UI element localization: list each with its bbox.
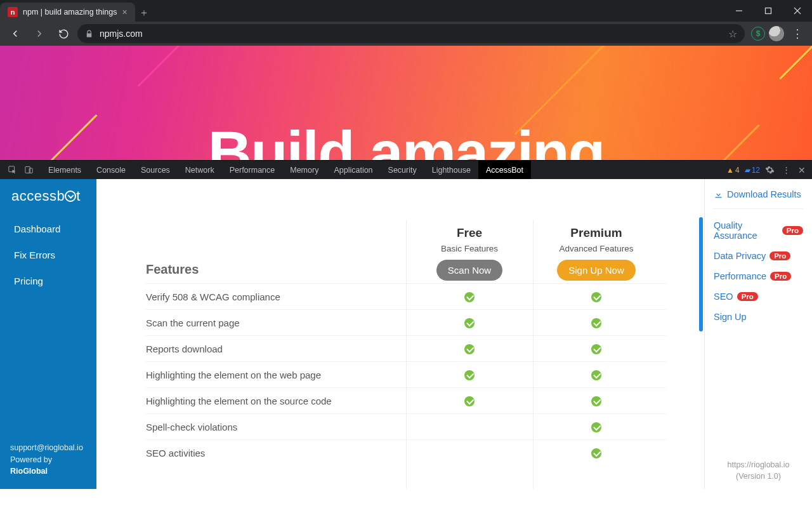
sign-up-now-button[interactable]: Sign Up Now [557,260,636,281]
feature-cell [406,344,533,354]
window-titlebar: n npm | build amazing things × ＋ [0,0,812,22]
check-icon [591,344,601,354]
rightpane-link-label: Quality Assurance [714,220,778,241]
rightpane-footer: https://rioglobal.io (Version 1.0) [714,459,803,483]
back-button[interactable] [5,23,25,44]
devtools-tab-application[interactable]: Application [326,161,380,179]
feature-cell [406,370,533,380]
rightpane-link-sign-up[interactable]: Sign Up [714,312,803,322]
features-heading: Features [146,262,406,281]
devtools-message-count[interactable]: ▰ 12 [745,166,760,175]
rightpane-link-label: Performance [714,271,766,281]
rightpane-link-seo[interactable]: SEOPro [714,291,803,302]
new-tab-button[interactable]: ＋ [135,4,153,22]
feature-cell [533,318,660,328]
feature-cell [533,370,660,380]
decorative-streak [686,124,759,160]
devtools-tab-performance[interactable]: Performance [222,161,283,179]
inspect-element-icon[interactable] [4,161,20,180]
scan-now-button[interactable]: Scan Now [436,260,502,281]
pro-badge: Pro [769,251,790,260]
bottom-gap [0,489,812,508]
pro-badge: Pro [737,292,758,301]
window-close-button[interactable] [783,0,812,22]
check-icon [464,396,475,406]
sidebar-footer: support@rioglobal.io Powered by RioGloba… [0,442,96,484]
check-icon [591,396,601,406]
lock-icon [85,30,93,38]
feature-label: Spell-check violations [146,422,406,432]
devtools-close-icon[interactable]: ✕ [796,165,808,175]
download-results-link[interactable]: Download Results [714,189,803,209]
check-icon [464,370,475,380]
devtools-tab-sources[interactable]: Sources [133,161,178,179]
logo-o-icon [65,190,76,202]
window-minimize-button[interactable] [724,0,754,22]
feature-cell [533,396,660,406]
feature-label: SEO activities [146,448,406,458]
extension-badge-icon[interactable]: $ [751,27,765,41]
accessbot-main: Features Free Basic Features Scan Now Pr… [96,179,812,489]
feature-label: Reports download [146,344,406,354]
plan-free-name: Free [406,226,533,240]
support-email[interactable]: support@rioglobal.io [10,442,86,454]
npm-favicon-icon: n [8,7,18,17]
check-icon [591,370,601,380]
address-bar[interactable]: npmjs.com ☆ [77,24,745,43]
window-maximize-button[interactable] [754,0,783,22]
rightpane-link-data-privacy[interactable]: Data PrivacyPro [714,251,803,261]
devtools-tab-memory[interactable]: Memory [282,161,326,179]
check-icon [464,292,475,302]
check-icon [591,448,601,458]
devtools-tab-lighthouse[interactable]: Lighthouse [424,161,478,179]
devtools-tab-security[interactable]: Security [381,161,424,179]
reload-button[interactable] [53,23,74,44]
bookmark-star-icon[interactable]: ☆ [728,28,737,40]
sidebar-item-pricing[interactable]: Pricing [0,268,96,294]
devtools-tab-network[interactable]: Network [178,161,222,179]
feature-cell [533,422,660,432]
browser-tab[interactable]: n npm | build amazing things × [0,3,135,22]
browser-toolbar: npmjs.com ☆ $ ⋮ [0,22,812,46]
feature-cell [406,318,533,328]
devtools-settings-icon[interactable] [763,165,777,175]
npm-hero-banner: Build amazing [0,46,812,160]
feature-cell [533,291,660,302]
device-toolbar-icon[interactable] [20,161,37,180]
powered-by-link[interactable]: RioGlobal [10,467,48,476]
svg-rect-1 [766,8,771,14]
sidebar-item-dashboard[interactable]: Dashboard [0,216,96,242]
forward-button[interactable] [29,23,49,44]
devtools-warning-count[interactable]: ▲ 4 [726,166,740,175]
feature-cell [406,291,533,302]
feature-cell [533,448,660,458]
chrome-menu-button[interactable]: ⋮ [788,27,807,41]
close-tab-icon[interactable]: × [122,7,127,17]
accessbot-panel: accessbt DashboardFix ErrorsPricing supp… [0,179,812,489]
rightpane-link-label: Data Privacy [714,251,766,261]
devtools-more-icon[interactable]: ⋮ [780,165,793,175]
rightpane-link-quality-assurance[interactable]: Quality AssurancePro [714,220,803,241]
feature-label: Scan the current page [146,318,406,328]
column-divider [406,220,407,489]
devtools-tab-accessbot[interactable]: AccessBot [478,161,531,179]
sidebar-item-fix-errors[interactable]: Fix Errors [0,242,96,268]
plan-premium-name: Premium [533,226,660,240]
feature-label: Verify 508 & WCAG compliance [146,291,406,302]
tab-title: npm | build amazing things [23,8,117,17]
rightpane-link-label: SEO [714,291,733,302]
rightpane-link-label: Sign Up [714,312,747,322]
decorative-streak [138,46,193,87]
devtools-tab-elements[interactable]: Elements [41,161,89,179]
accessbot-sidebar: accessbt DashboardFix ErrorsPricing supp… [0,179,96,489]
pro-badge: Pro [770,272,791,281]
scrollbar-thumb[interactable] [699,217,703,331]
feature-label: Highlighting the element on the web page [146,370,406,380]
pro-badge: Pro [782,226,803,235]
devtools-tab-console[interactable]: Console [89,161,133,179]
content-scrollbar[interactable] [699,217,703,464]
check-icon [464,344,475,354]
rightpane-link-performance[interactable]: PerformancePro [714,271,803,281]
profile-avatar[interactable] [769,26,784,41]
plan-premium-subtitle: Advanced Features [533,244,660,253]
